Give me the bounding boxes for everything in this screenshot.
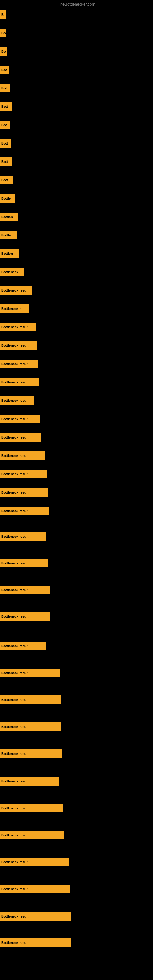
bar-label-28: Bottleneck result [1, 509, 29, 513]
bar-14[interactable]: Bottlen [0, 249, 19, 258]
bar-label-26: Bottleneck result [1, 472, 29, 476]
bar-6[interactable]: Bott [0, 102, 12, 111]
bar-17[interactable]: Bottleneck r [0, 304, 29, 313]
bar-2[interactable]: Bo [0, 29, 6, 37]
bar-row-34: Bottleneck result [0, 667, 63, 679]
bar-5[interactable]: Bot [0, 84, 10, 92]
bar-label-9: Bott [1, 160, 8, 164]
bar-34[interactable]: Bottleneck result [0, 668, 60, 677]
bar-label-15: Bottleneck [1, 270, 18, 274]
bar-row-42: Bottleneck result [0, 883, 73, 895]
bar-row-31: Bottleneck result [0, 584, 53, 596]
bar-row-10: Bott [0, 174, 16, 186]
bar-label-41: Bottleneck result [1, 860, 29, 864]
bar-36[interactable]: Bottleneck result [0, 722, 61, 731]
bar-row-39: Bottleneck result [0, 802, 66, 814]
bar-row-14: Bottlen [0, 247, 22, 260]
bar-21[interactable]: Bottleneck result [0, 378, 39, 387]
bar-19[interactable]: Bottleneck result [0, 341, 37, 350]
bar-row-38: Bottleneck result [0, 775, 62, 788]
bar-label-21: Bottleneck result [1, 380, 29, 384]
bar-row-26: Bottleneck result [0, 468, 49, 480]
bar-label-39: Bottleneck result [1, 807, 29, 810]
bar-row-24: Bottleneck result [0, 431, 45, 444]
bar-26[interactable]: Bottleneck result [0, 470, 46, 478]
bar-row-17: Bottleneck r [0, 302, 32, 315]
bar-4[interactable]: Bot [0, 65, 9, 74]
bar-24[interactable]: Bottleneck result [0, 433, 41, 442]
bar-40[interactable]: Bottleneck result [0, 831, 64, 840]
bar-label-12: Bottlen [1, 215, 13, 219]
bar-30[interactable]: Bottleneck result [0, 559, 48, 568]
bar-label-20: Bottleneck result [1, 362, 29, 366]
bar-label-4: Bot [1, 68, 7, 72]
bar-label-3: Bo [1, 49, 6, 53]
bar-label-8: Bott [1, 142, 8, 145]
bar-3[interactable]: Bo [0, 47, 7, 56]
bar-row-25: Bottleneck result [0, 450, 48, 462]
bar-29[interactable]: Bottleneck result [0, 532, 46, 541]
bar-label-19: Bottleneck result [1, 344, 29, 347]
bar-44[interactable]: Bottleneck result [0, 939, 71, 947]
bar-16[interactable]: Bottleneck resu [0, 286, 32, 294]
bar-label-5: Bot [1, 86, 7, 90]
bar-row-20: Bottleneck result [0, 358, 41, 370]
bar-11[interactable]: Bottle [0, 194, 15, 203]
bar-10[interactable]: Bott [0, 176, 13, 185]
bar-12[interactable]: Bottlen [0, 213, 18, 221]
bar-label-18: Bottleneck result [1, 325, 29, 329]
bar-37[interactable]: Bottleneck result [0, 749, 62, 758]
bar-row-15: Bottleneck [0, 266, 27, 278]
bar-18[interactable]: Bottleneck result [0, 323, 36, 331]
bar-15[interactable]: Bottleneck [0, 268, 24, 276]
bar-label-23: Bottleneck result [1, 417, 29, 421]
bar-33[interactable]: Bottleneck result [0, 641, 46, 650]
bar-row-30: Bottleneck result [0, 557, 51, 569]
bar-39[interactable]: Bottleneck result [0, 804, 63, 813]
bar-41[interactable]: Bottleneck result [0, 858, 69, 866]
bar-8[interactable]: Bott [0, 139, 11, 148]
bar-row-2: Bo [0, 27, 9, 39]
bar-label-44: Bottleneck result [1, 941, 29, 945]
bar-label-22: Bottleneck resu [1, 399, 27, 402]
bar-row-44: Bottleneck result [0, 937, 74, 949]
bar-row-6: Bott [0, 100, 15, 113]
bar-27[interactable]: Bottleneck result [0, 488, 48, 497]
bar-row-7: Bot [0, 119, 13, 131]
bar-label-27: Bottleneck result [1, 491, 29, 494]
bar-row-35: Bottleneck result [0, 694, 64, 706]
bar-label-2: Bo [1, 31, 6, 35]
bar-28[interactable]: Bottleneck result [0, 506, 49, 515]
bar-22[interactable]: Bottleneck resu [0, 396, 33, 405]
bar-7[interactable]: Bot [0, 121, 10, 129]
bar-row-18: Bottleneck result [0, 321, 39, 333]
bar-row-33: Bottleneck result [0, 640, 49, 652]
bar-20[interactable]: Bottleneck result [0, 360, 38, 368]
bar-row-36: Bottleneck result [0, 721, 64, 733]
bar-row-9: Bott [0, 156, 15, 168]
bar-row-23: Bottleneck result [0, 413, 43, 425]
bar-42[interactable]: Bottleneck result [0, 885, 70, 893]
bar-label-32: Bottleneck result [1, 615, 29, 618]
bar-35[interactable]: Bottleneck result [0, 695, 61, 704]
bar-43[interactable]: Bottleneck result [0, 912, 71, 921]
bar-label-1: B [1, 13, 4, 16]
bar-label-25: Bottleneck result [1, 454, 29, 458]
bar-label-43: Bottleneck result [1, 915, 29, 918]
bar-row-29: Bottleneck result [0, 530, 49, 542]
bar-label-7: Bot [1, 123, 7, 127]
bar-row-22: Bottleneck resu [0, 395, 37, 407]
bar-label-37: Bottleneck result [1, 752, 29, 756]
bar-label-38: Bottleneck result [1, 780, 29, 783]
bar-row-32: Bottleneck result [0, 610, 54, 623]
bar-1[interactable]: B [0, 10, 5, 19]
bar-row-12: Bottlen [0, 211, 21, 223]
bar-32[interactable]: Bottleneck result [0, 612, 51, 621]
bar-9[interactable]: Bott [0, 158, 12, 166]
bar-31[interactable]: Bottleneck result [0, 585, 50, 594]
bar-13[interactable]: Bottle [0, 231, 16, 240]
bar-23[interactable]: Bottleneck result [0, 415, 40, 423]
bar-label-24: Bottleneck result [1, 436, 29, 439]
bar-38[interactable]: Bottleneck result [0, 777, 59, 786]
bar-25[interactable]: Bottleneck result [0, 452, 45, 460]
